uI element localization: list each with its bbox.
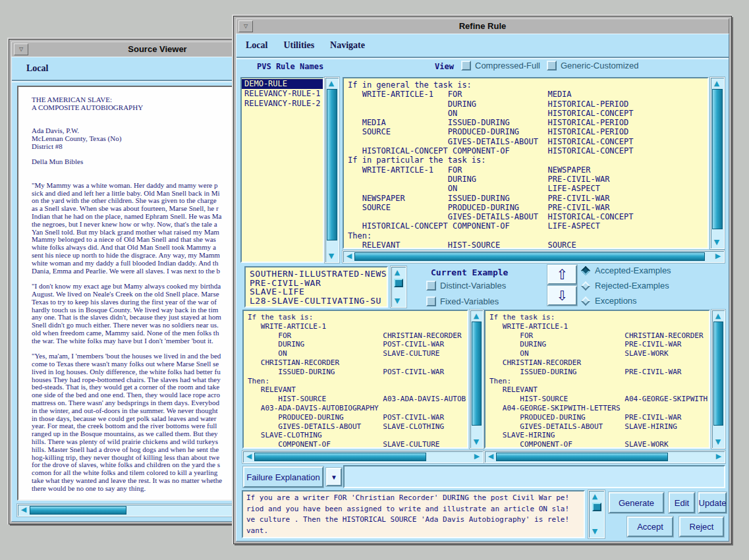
down-arrow-icon: ⇩ — [557, 288, 569, 304]
up-arrow-icon: ⇧ — [557, 267, 569, 283]
scrollbar-thumb[interactable] — [712, 89, 723, 229]
checkbox-icon — [426, 296, 436, 306]
edit-button[interactable]: Edit — [669, 492, 695, 513]
move-down-button[interactable]: ⇩ — [547, 286, 577, 306]
scrollbar-thumb[interactable] — [394, 279, 403, 287]
left-example-text: If the task is: WRITE-ARTICLE-1 FOR CHRI… — [244, 311, 467, 449]
radio-icon — [581, 281, 590, 290]
refine-rule-titlebar[interactable]: ▽ Refine Rule — [236, 18, 729, 34]
scroll-right-icon[interactable]: ▶ — [714, 453, 723, 462]
rule-text: If in general the task is: WRITE-ARTICLE… — [344, 78, 707, 249]
scroll-right-icon[interactable]: ▶ — [713, 252, 723, 262]
list-item-relevancy-rule-1[interactable]: RELEVANCY-RULE-1 — [242, 89, 323, 99]
scroll-left-icon[interactable]: ◀ — [486, 453, 495, 462]
accept-button[interactable]: Accept — [627, 517, 673, 537]
list-item[interactable]: L28-SLAVE-CULTIVATING-SU — [246, 296, 387, 306]
scrollbar-thumb[interactable] — [472, 322, 482, 426]
example-list-scrollbar[interactable]: ▲ ▼ — [391, 266, 406, 308]
checkbox-distinct-variables[interactable]: Distinct-Variables — [426, 281, 506, 291]
scroll-down-icon[interactable]: ▼ — [590, 527, 599, 536]
update-button[interactable]: Update — [698, 492, 727, 513]
scroll-down-icon[interactable]: ▼ — [712, 238, 721, 247]
menu-local[interactable]: Local — [26, 63, 48, 74]
window-menu-button[interactable]: ▽ — [238, 20, 253, 32]
scrollbar-thumb[interactable] — [592, 503, 601, 511]
menu-local[interactable]: Local — [246, 40, 267, 51]
scrollbar-thumb[interactable] — [496, 453, 668, 461]
explanation-scrollbar[interactable]: ▲ ▼ — [588, 490, 605, 538]
radio-accepted-examples[interactable]: Accepted-Examples — [582, 266, 671, 275]
checkbox-generic-customized[interactable]: Generic-Customized — [547, 61, 639, 70]
scroll-left-icon[interactable]: ◀ — [244, 453, 254, 462]
rule-panel-horizontal-scrollbar[interactable]: ◀ ▶ — [343, 250, 725, 263]
failure-explanation-button[interactable]: Failure Explanation — [243, 466, 323, 488]
scrollbar-thumb[interactable] — [713, 322, 723, 426]
scroll-left-icon[interactable]: ◀ — [19, 506, 28, 515]
list-item-relevancy-rule-2[interactable]: RELEVANCY-RULE-2 — [242, 99, 323, 109]
scrollbar-thumb[interactable] — [327, 89, 337, 240]
reject-button[interactable]: Reject — [679, 517, 724, 537]
pvs-rule-names-label: PVS Rule Names — [257, 62, 323, 71]
scroll-up-icon[interactable]: ▲ — [590, 492, 599, 501]
list-item[interactable]: SLAVE-LIFE — [246, 287, 387, 296]
list-item[interactable]: SOUTHERN-ILLUSTRATED-NEWS — [246, 269, 387, 279]
left-example-horizontal-scrollbar[interactable]: ◀ ▶ — [242, 451, 484, 463]
rule-text-panel[interactable]: If in general the task is: WRITE-ARTICLE… — [343, 77, 709, 249]
scroll-up-icon[interactable]: ▲ — [712, 79, 721, 88]
move-up-button[interactable]: ⇧ — [547, 265, 577, 285]
scroll-down-icon[interactable]: ▼ — [713, 437, 723, 447]
refine-rule-body: Local Utilities Navigate PVS Rule Names … — [236, 34, 729, 542]
rule-name-list[interactable]: DEMO-RULE RELEVANCY-RULE-1 RELEVANCY-RUL… — [240, 77, 324, 263]
rule-list-scrollbar[interactable]: ▲ ▼ — [325, 77, 339, 263]
scroll-down-icon[interactable]: ▼ — [393, 296, 402, 306]
radio-exceptions[interactable]: Exceptions — [582, 296, 637, 306]
failure-explanation-dropdown-button[interactable]: ▼ — [326, 468, 342, 486]
scroll-up-icon[interactable]: ▲ — [393, 268, 402, 277]
right-example-text: If the task is: WRITE-ARTICLE-1 FOR CHRI… — [485, 311, 709, 449]
desktop: ▽ Source Viewer Local THE AMERICAN SLAVE… — [0, 0, 749, 560]
explanation-text-area[interactable]: If you are a writer FOR 'Christian Recor… — [242, 490, 585, 538]
scroll-down-icon[interactable]: ▼ — [327, 252, 336, 261]
radio-selected-icon — [581, 266, 590, 275]
window-menu-button[interactable]: ▽ — [14, 43, 28, 55]
list-item[interactable]: SLAVE-FIELD-WORK — [246, 305, 387, 308]
view-label: View — [435, 62, 454, 71]
radio-icon — [581, 296, 590, 305]
menu-navigate[interactable]: Navigate — [330, 40, 365, 51]
checkbox-fixed-variables[interactable]: Fixed-Variables — [426, 296, 499, 306]
refine-rule-title: Refine Rule — [236, 19, 729, 33]
explanation-text: If you are a writer FOR 'Christian Recor… — [243, 491, 584, 538]
checkbox-compressed-full[interactable]: Compressed-Full — [461, 61, 540, 70]
scrollbar-thumb[interactable] — [254, 453, 426, 461]
checkbox-icon — [426, 281, 436, 291]
refine-rule-menubar: Local Utilities Navigate — [236, 34, 729, 58]
checkbox-icon — [547, 61, 557, 70]
failure-explanation-field[interactable] — [343, 465, 725, 488]
generate-button[interactable]: Generate — [609, 492, 664, 513]
rule-panel-vertical-scrollbar[interactable]: ▲ ▼ — [710, 77, 725, 249]
refine-rule-window: ▽ Refine Rule Local Utilities Navigate P… — [234, 16, 731, 544]
scroll-left-icon[interactable]: ◀ — [345, 252, 354, 262]
scrollbar-thumb[interactable] — [30, 506, 126, 515]
scroll-up-icon[interactable]: ▲ — [472, 312, 481, 321]
list-item[interactable]: PRE-CIVIL-WAR — [246, 279, 387, 288]
checkbox-icon — [461, 61, 471, 70]
window-menu-icon: ▽ — [19, 46, 23, 52]
left-example-vertical-scrollbar[interactable]: ▲ ▼ — [470, 310, 484, 449]
scrollbar-thumb[interactable] — [354, 252, 705, 261]
accepted-example-right-panel[interactable]: If the task is: WRITE-ARTICLE-1 FOR CHRI… — [484, 310, 710, 449]
scroll-down-icon[interactable]: ▼ — [472, 437, 481, 447]
current-example-label: Current Example — [431, 267, 508, 277]
scroll-up-icon[interactable]: ▲ — [327, 79, 336, 88]
radio-rejected-examples[interactable]: Rejected-Examples — [582, 281, 669, 291]
list-item-demo-rule[interactable]: DEMO-RULE — [242, 79, 323, 89]
menu-utilities[interactable]: Utilities — [283, 40, 314, 51]
example-feature-list[interactable]: SOUTHERN-ILLUSTRATED-NEWS PRE-CIVIL-WAR … — [244, 266, 388, 308]
right-example-vertical-scrollbar[interactable]: ▲ ▼ — [711, 310, 725, 449]
scroll-up-icon[interactable]: ▲ — [713, 312, 723, 321]
scroll-right-icon[interactable]: ▶ — [472, 453, 482, 462]
window-menu-icon: ▽ — [244, 23, 248, 29]
dropdown-icon: ▼ — [331, 474, 337, 481]
accepted-example-left-panel[interactable]: If the task is: WRITE-ARTICLE-1 FOR CHRI… — [242, 310, 468, 449]
right-example-horizontal-scrollbar[interactable]: ◀ ▶ — [484, 451, 725, 463]
